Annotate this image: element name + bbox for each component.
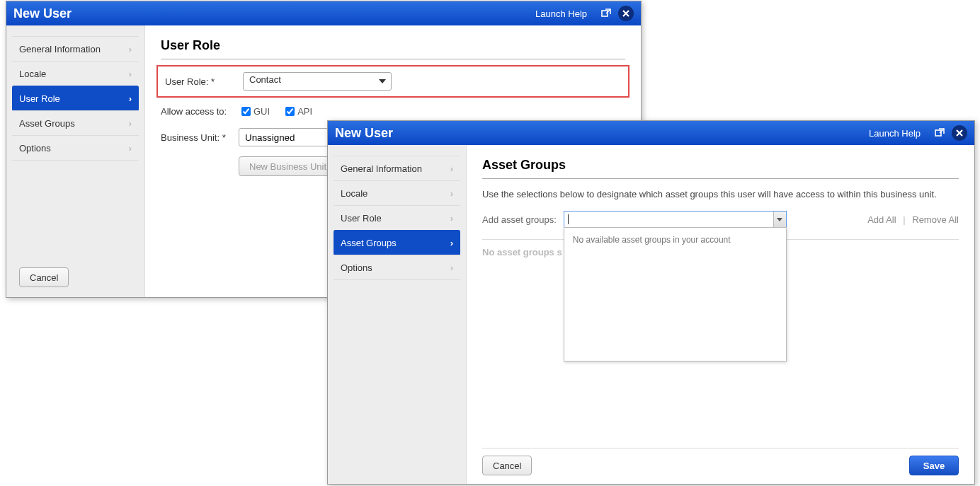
sidebar-item-locale[interactable]: Locale ›	[12, 61, 139, 86]
sidebar-item-user-role[interactable]: User Role ›	[334, 205, 460, 231]
asset-groups-combobox[interactable]: No available asset groups in your accoun…	[564, 211, 787, 228]
chevron-down-icon	[777, 218, 782, 221]
section-title: User Role	[161, 38, 625, 59]
popout-icon[interactable]	[598, 6, 614, 21]
sidebar-item-asset-groups[interactable]: Asset Groups ›	[12, 110, 139, 136]
sidebar-item-general-information[interactable]: General Information ›	[334, 156, 460, 181]
chevron-right-icon: ›	[450, 163, 453, 174]
sidebar-item-label: Locale	[341, 188, 368, 199]
cancel-button[interactable]: Cancel	[19, 267, 69, 287]
asset-groups-actions: Add All | Remove All	[867, 214, 959, 225]
asset-groups-input[interactable]	[564, 211, 787, 228]
sidebar-item-label: Locale	[19, 69, 46, 79]
api-label: API	[297, 106, 312, 117]
sidebar: General Information › Locale › User Role…	[6, 25, 145, 297]
asset-groups-dropdown: No available asset groups in your accoun…	[564, 227, 787, 361]
launch-help-link[interactable]: Launch Help	[869, 128, 921, 139]
chevron-right-icon: ›	[129, 143, 132, 154]
dialog-asset-groups: New User Launch Help General Information…	[327, 120, 975, 485]
titlebar: New User Launch Help	[6, 1, 641, 25]
gui-checkbox[interactable]	[241, 107, 251, 116]
chevron-right-icon: ›	[129, 93, 132, 104]
save-button[interactable]: Save	[909, 456, 959, 475]
sidebar-item-label: Asset Groups	[341, 238, 397, 248]
text-cursor	[568, 214, 569, 224]
close-icon[interactable]	[952, 125, 967, 141]
sidebar-item-user-role[interactable]: User Role ›	[12, 86, 139, 111]
new-business-unit-button[interactable]: New Business Unit	[239, 156, 337, 176]
business-unit-label: Business Unit: *	[161, 132, 239, 143]
allow-access-label: Allow access to:	[161, 106, 239, 117]
sidebar-item-label: General Information	[19, 44, 101, 54]
chevron-right-icon: ›	[450, 262, 453, 273]
user-role-label: User Role: *	[165, 76, 243, 87]
section-description: Use the selections below to designate wh…	[482, 189, 959, 199]
sidebar-item-label: User Role	[341, 213, 382, 224]
api-checkbox-wrap[interactable]: API	[283, 105, 312, 118]
user-role-highlight: User Role: * Contact	[156, 65, 629, 98]
popout-icon[interactable]	[932, 125, 947, 141]
content-asset-groups: Asset Groups Use the selections below to…	[467, 145, 974, 484]
gui-label: GUI	[253, 106, 270, 117]
sidebar-item-label: General Information	[341, 163, 422, 174]
launch-help-link[interactable]: Launch Help	[535, 8, 587, 19]
sidebar: General Information › Locale › User Role…	[328, 145, 467, 484]
dialog-title: New User	[335, 126, 869, 141]
dropdown-empty-message: No available asset groups in your accoun…	[573, 235, 731, 245]
dropdown-toggle[interactable]	[773, 212, 786, 227]
sidebar-item-label: Options	[341, 262, 372, 273]
sidebar-item-locale[interactable]: Locale ›	[334, 180, 460, 206]
sidebar-item-label: Options	[19, 143, 51, 154]
separator: |	[903, 214, 905, 225]
sidebar-item-label: User Role	[19, 93, 60, 104]
chevron-right-icon: ›	[129, 118, 132, 129]
user-role-value: Contact	[249, 74, 281, 85]
sidebar-item-asset-groups[interactable]: Asset Groups ›	[334, 230, 460, 255]
sidebar-item-label: Asset Groups	[19, 118, 75, 129]
chevron-down-icon	[379, 79, 386, 83]
sidebar-item-options[interactable]: Options ›	[334, 255, 460, 280]
gui-checkbox-wrap[interactable]: GUI	[239, 105, 270, 118]
close-icon[interactable]	[618, 6, 634, 21]
section-title: Asset Groups	[482, 158, 959, 179]
chevron-right-icon: ›	[129, 44, 132, 54]
add-asset-groups-label: Add asset groups:	[482, 214, 557, 225]
chevron-right-icon: ›	[129, 69, 132, 79]
sidebar-item-general-information[interactable]: General Information ›	[12, 36, 139, 62]
user-role-select[interactable]: Contact	[243, 72, 392, 91]
chevron-right-icon: ›	[450, 238, 453, 248]
remove-all-link[interactable]: Remove All	[912, 214, 959, 225]
api-checkbox[interactable]	[285, 107, 295, 116]
add-all-link[interactable]: Add All	[867, 214, 896, 225]
chevron-right-icon: ›	[450, 213, 453, 224]
cancel-button[interactable]: Cancel	[482, 456, 532, 475]
titlebar: New User Launch Help	[328, 121, 974, 145]
dialog-title: New User	[13, 6, 535, 21]
chevron-right-icon: ›	[450, 188, 453, 199]
sidebar-item-options[interactable]: Options ›	[12, 135, 139, 161]
